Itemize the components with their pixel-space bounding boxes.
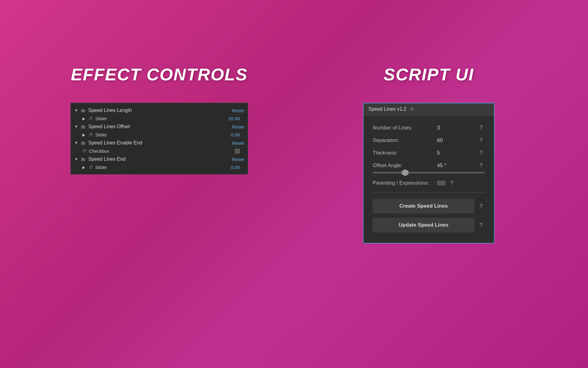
param-label-parenting: Parenting / Expressions:: [373, 180, 437, 186]
parenting-toggle[interactable]: [437, 181, 446, 186]
script-titlebar: Speed Lines v1.2 ≡: [364, 103, 494, 115]
angle-slider-fill: [373, 172, 406, 174]
slider-value-offset: 0.00: [231, 132, 240, 137]
param-value-separation: 60: [437, 137, 477, 144]
hamburger-icon[interactable]: ≡: [411, 106, 413, 112]
angle-slider-track[interactable]: [373, 172, 485, 174]
expand-icon-end[interactable]: ▶: [82, 165, 85, 170]
right-side: SCRIPT UI Speed Lines v1.2 ≡ Number of L…: [318, 64, 539, 243]
create-help-icon[interactable]: ?: [477, 203, 485, 209]
divider: [373, 192, 485, 193]
effect-controls-title: EFFECT CONTROLS: [71, 64, 248, 84]
effect-row-offset: ▼ fx Speed Lines Offset Reset: [71, 122, 248, 131]
script-title-text: Speed Lines v1.2: [368, 106, 406, 112]
param-help-parenting[interactable]: ?: [448, 180, 455, 186]
update-help-icon[interactable]: ?: [477, 222, 485, 228]
slider-value-length: 20.00: [228, 116, 240, 121]
checkbox-enable-end[interactable]: [235, 149, 240, 154]
slider-row-offset: ▶ ⏱ Slider 0.00: [71, 131, 248, 139]
effect-name-length: Speed Lines Length: [88, 108, 132, 113]
param-value-offset-angle: 45 °: [437, 163, 477, 169]
param-value-num-lines: 3: [437, 125, 477, 131]
action-row-update: Update Speed Lines ?: [373, 218, 485, 232]
collapse-icon-enable-end[interactable]: ▼: [74, 141, 78, 145]
effect-name-enable-end: Speed Lines Enable End: [88, 140, 142, 146]
param-row-parenting: Parenting / Expressions: ?: [373, 180, 485, 186]
reset-btn-offset[interactable]: Reset: [232, 124, 244, 129]
fx-icon-length: fx: [81, 108, 85, 113]
collapse-icon-offset[interactable]: ▼: [74, 125, 78, 129]
checkbox-label: Checkbox: [89, 148, 109, 154]
script-ui-panel: Speed Lines v1.2 ≡ Number of Lines: 3 ? …: [363, 103, 495, 243]
clock-icon-length: ⏱: [89, 116, 93, 121]
fx-icon-end: fx: [81, 157, 85, 162]
script-ui-title: SCRIPT UI: [384, 64, 474, 84]
param-label-separation: Separation:: [373, 137, 437, 144]
param-label-offset-angle: Offset Angle:: [373, 163, 437, 169]
param-row-thickness: Thickness: 5 ?: [373, 150, 485, 156]
expand-icon-length[interactable]: ▶: [82, 117, 85, 121]
effect-row-enable-end: ▼ fx Speed Lines Enable End Reset: [71, 139, 248, 147]
script-body: Number of Lines: 3 ? Separation: 60 ? Th…: [364, 115, 494, 243]
reset-btn-end[interactable]: Reset: [232, 157, 244, 162]
param-row-offset-angle: Offset Angle: 45 ° ?: [373, 162, 485, 169]
checkbox-row-enable-end: ⏱ Checkbox: [71, 147, 248, 155]
slider-row-end: ▶ ⏱ Slider 0.00: [71, 163, 248, 171]
slider-label-offset: Slider: [95, 132, 107, 137]
fx-icon-offset: fx: [81, 124, 85, 129]
param-help-thickness[interactable]: ?: [477, 150, 485, 156]
slider-value-end: 0.00: [231, 165, 240, 170]
param-help-offset-angle[interactable]: ?: [477, 162, 485, 169]
slider-label-length: Slider: [95, 116, 107, 121]
effect-controls-panel: ▼ fx Speed Lines Length Reset ▶ ⏱ Slider…: [70, 103, 248, 174]
expand-icon-offset[interactable]: ▶: [82, 133, 85, 137]
reset-btn-length[interactable]: Reset: [232, 108, 244, 113]
effect-name-offset: Speed Lines Offset: [88, 124, 130, 129]
effect-name-end: Speed Lines End: [88, 156, 126, 162]
clock-icon-offset: ⏱: [89, 132, 93, 137]
clock-icon-enable-end: ⏱: [82, 149, 86, 153]
param-row-separation: Separation: 60 ?: [373, 137, 485, 144]
update-speed-lines-button[interactable]: Update Speed Lines: [373, 218, 474, 232]
collapse-icon-length[interactable]: ▼: [74, 108, 78, 113]
create-speed-lines-button[interactable]: Create Speed Lines: [373, 199, 474, 213]
clock-icon-end: ⏱: [89, 165, 93, 170]
effect-row-length: ▼ fx Speed Lines Length Reset: [71, 106, 248, 115]
param-help-separation[interactable]: ?: [477, 137, 485, 144]
collapse-icon-end[interactable]: ▼: [74, 157, 78, 161]
slider-row-length: ▶ ⏱ Slider 20.00: [71, 115, 248, 122]
action-row-create: Create Speed Lines ?: [373, 199, 485, 213]
param-help-num-lines[interactable]: ?: [477, 125, 485, 131]
reset-btn-enable-end[interactable]: Reset: [232, 140, 244, 146]
param-label-thickness: Thickness:: [373, 150, 437, 156]
fx-icon-enable-end: fx: [81, 140, 85, 146]
slider-label-end: Slider: [95, 165, 107, 170]
left-side: EFFECT CONTROLS ▼ fx Speed Lines Length …: [49, 64, 270, 174]
param-value-thickness: 5: [437, 150, 477, 156]
effect-row-end: ▼ fx Speed Lines End Reset: [71, 155, 248, 163]
angle-slider-thumb[interactable]: [402, 169, 409, 176]
param-row-num-lines: Number of Lines: 3 ?: [373, 125, 485, 131]
param-label-num-lines: Number of Lines:: [373, 125, 437, 131]
